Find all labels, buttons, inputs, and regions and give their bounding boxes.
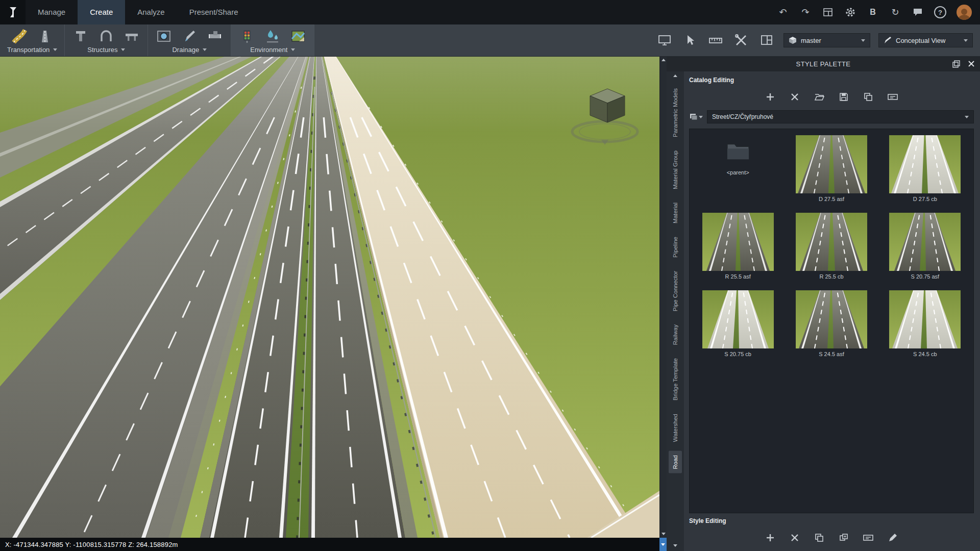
infraworks-logo-icon xyxy=(7,6,18,18)
panel-layout-icon[interactable] xyxy=(758,32,775,49)
catalog-item-road[interactable]: R 25.5 asf xyxy=(694,213,782,289)
terrain-icon[interactable] xyxy=(289,28,307,45)
environment-label-row[interactable]: Environment xyxy=(250,46,295,55)
catalog-item-road[interactable]: R 25.5 cb xyxy=(787,213,875,289)
style-palette-panel: STYLE PALETTE xyxy=(667,56,980,551)
catalog-item-label: <parent> xyxy=(727,169,749,176)
scroll-down-accent-button[interactable] xyxy=(659,538,667,551)
viewport-scrollbar[interactable] xyxy=(659,56,667,538)
catalog-item-label: S 24.5 cb xyxy=(913,351,937,357)
catalog-path-dropdown[interactable]: Street/CZ/Čtyřpruhové xyxy=(707,110,974,123)
palette-tab-railway[interactable]: Railway xyxy=(669,320,682,349)
tabs-scroll-up-button[interactable] xyxy=(669,72,681,79)
layers-icon xyxy=(690,113,698,121)
road-style-thumbnail xyxy=(796,290,867,348)
model-dropdown[interactable]: master xyxy=(783,33,870,47)
panel-layout-glyph xyxy=(760,34,773,47)
catalog-item-road[interactable]: S 24.5 asf xyxy=(787,290,875,367)
design-roads-icon[interactable] xyxy=(11,28,28,45)
panel-header-buttons xyxy=(951,56,976,71)
pipe-connector-ribbon-icon[interactable] xyxy=(206,28,224,45)
add-catalog-icon[interactable] xyxy=(764,91,776,103)
scroll-up-button[interactable] xyxy=(660,56,667,64)
refresh-icon[interactable]: ↻ xyxy=(889,6,901,18)
water-features-icon[interactable] xyxy=(264,28,281,45)
model-viewport[interactable] xyxy=(0,56,659,538)
catalog-item-road[interactable]: S 24.5 cb xyxy=(881,290,969,367)
style-editing-label: Style Editing xyxy=(689,517,974,524)
help-icon[interactable]: ? xyxy=(934,6,946,18)
app-logo-icon[interactable] xyxy=(0,0,26,24)
palette-tab-pipeline[interactable]: Pipeline xyxy=(669,233,682,262)
tab-analyze[interactable]: Analyze xyxy=(125,0,177,24)
topbar-actions: ↶ ↷ B ↻ ? xyxy=(777,5,980,20)
redo-icon[interactable]: ↷ xyxy=(799,6,812,18)
bridge-deck-icon[interactable] xyxy=(123,28,140,45)
tab-present-share[interactable]: Present/Share xyxy=(177,0,251,24)
arrow-down-icon xyxy=(661,543,665,546)
tabs-scroll-down-button[interactable] xyxy=(669,542,681,549)
duplicate-catalog-icon[interactable] xyxy=(862,91,874,103)
save-catalog-icon[interactable] xyxy=(838,91,850,103)
scroll-down-button[interactable] xyxy=(660,530,667,538)
scrollbar-track[interactable] xyxy=(660,64,667,530)
arrow-down-icon xyxy=(673,544,677,547)
pier-icon[interactable] xyxy=(72,28,89,45)
utilities-icon[interactable] xyxy=(732,32,750,49)
catalog-toolbar xyxy=(689,86,974,110)
style-palette-header[interactable]: STYLE PALETTE xyxy=(667,56,980,71)
palette-tab-bridge-template[interactable]: Bridge Template xyxy=(669,354,682,405)
avatar[interactable] xyxy=(957,5,972,20)
layout-windows-icon[interactable] xyxy=(822,6,834,18)
view-style-dropdown[interactable]: Conceptual View xyxy=(878,33,973,47)
tab-manage[interactable]: Manage xyxy=(26,0,78,24)
transportation-icons xyxy=(11,26,54,46)
transportation-label: Transportation xyxy=(7,46,50,54)
structures-icons xyxy=(72,26,140,46)
culvert-icon[interactable] xyxy=(155,28,173,45)
close-icon[interactable] xyxy=(967,59,976,68)
copy-style-icon[interactable] xyxy=(813,532,825,544)
status-bar: X: -471344.347885 Y: -1100815.315778 Z: … xyxy=(0,538,659,551)
tab-create[interactable]: Create xyxy=(78,0,125,24)
undo-icon[interactable]: ↶ xyxy=(777,6,789,18)
catalog-type-button[interactable] xyxy=(689,111,703,123)
rename-style-icon[interactable] xyxy=(862,532,874,544)
gear-icon[interactable] xyxy=(844,6,856,18)
palette-tab-pipe-connector[interactable]: Pipe Connector xyxy=(669,267,682,315)
delete-style-icon[interactable] xyxy=(789,532,801,544)
chat-glyph xyxy=(913,7,923,17)
drainage-icons xyxy=(155,26,224,46)
catalog-item-road[interactable]: S 20.75 cb xyxy=(694,290,782,367)
bim-360-button[interactable]: B xyxy=(867,6,879,18)
catalog-item-label: S 24.5 asf xyxy=(819,351,844,357)
delete-catalog-icon[interactable] xyxy=(789,91,801,103)
catalog-item-parent[interactable]: <parent> xyxy=(694,135,782,212)
catalog-path-value: Street/CZ/Čtyřpruhové xyxy=(712,113,773,120)
catalog-item-road[interactable]: D 27.5 asf xyxy=(787,135,875,212)
palette-tab-road[interactable]: Road xyxy=(669,451,682,473)
rename-catalog-icon[interactable] xyxy=(887,91,899,103)
tunnel-icon[interactable] xyxy=(97,28,115,45)
palette-tab-parametric-models[interactable]: Parametric Models xyxy=(669,84,682,141)
traffic-signals-icon[interactable] xyxy=(238,28,256,45)
catalog-item-road[interactable]: D 27.5 cb xyxy=(881,135,969,212)
display-settings-icon[interactable] xyxy=(656,32,673,49)
structures-label-row[interactable]: Structures xyxy=(87,46,125,55)
drainage-stylus-icon[interactable] xyxy=(181,28,198,45)
add-style-icon[interactable] xyxy=(764,532,776,544)
select-cursor-icon[interactable] xyxy=(681,32,699,49)
drainage-label-row[interactable]: Drainage xyxy=(172,46,207,55)
catalog-item-road[interactable]: S 20.75 asf xyxy=(881,213,969,289)
measure-icon[interactable] xyxy=(707,32,724,49)
open-catalog-icon[interactable] xyxy=(813,91,825,103)
palette-tab-watershed[interactable]: Watershed xyxy=(669,410,682,446)
chat-icon[interactable] xyxy=(912,6,924,18)
transportation-label-row[interactable]: Transportation xyxy=(7,46,57,55)
edit-style-icon[interactable] xyxy=(887,532,899,544)
dock-panel-icon[interactable] xyxy=(951,59,961,68)
duplicate-style-icon[interactable] xyxy=(838,532,850,544)
palette-tab-material-group[interactable]: Material Group xyxy=(669,146,682,193)
component-roads-icon[interactable] xyxy=(36,28,54,45)
palette-tab-material[interactable]: Material xyxy=(669,198,682,228)
